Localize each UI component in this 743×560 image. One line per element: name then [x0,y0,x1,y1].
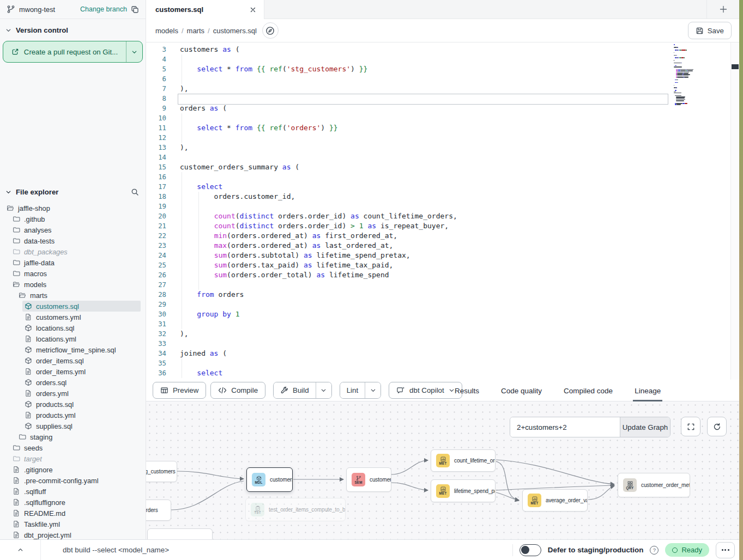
file-item-taskfile-yml[interactable]: Taskfile.yml [0,519,146,529]
preview-button[interactable]: Preview [153,382,206,399]
lineage-node-lifetime-spend-pretax[interactable]: METlifetime_spend_pretax [431,479,496,502]
file-item--gitignore[interactable]: .gitignore [0,464,146,475]
code-line[interactable]: 30 group by 1 [146,309,739,319]
code-line[interactable]: 8 [146,94,739,104]
code-line[interactable]: 23 max(orders.ordered_at) as last_ordere… [146,241,739,251]
copy-icon[interactable] [131,5,139,14]
code-line[interactable]: 35 [146,358,739,368]
line-number[interactable]: 8 [146,94,166,104]
save-button[interactable]: Save [688,22,732,39]
build-dropdown-chevron[interactable] [316,382,331,398]
file-item-orders-sql[interactable]: orders.sql [0,377,146,388]
create-pr-button[interactable]: Create a pull request on Git... [3,41,143,63]
lint-button[interactable]: Lint [340,382,365,398]
file-item-seeds[interactable]: seeds [0,442,146,453]
code-line[interactable]: 31 [146,319,739,329]
code-line[interactable]: 9orders as ( [146,104,739,113]
code-line[interactable]: 17 select [146,182,739,192]
compass-button[interactable] [262,22,279,39]
file-item-readme-md[interactable]: README.md [0,508,146,519]
line-number[interactable]: 22 [146,231,166,241]
command-input[interactable]: dbt build --select <model_name> [63,546,169,554]
code-line[interactable]: 21 count(distinct orders.order_id) > 1 a… [146,221,739,231]
line-number[interactable]: 14 [146,153,166,162]
line-number[interactable]: 25 [146,260,166,270]
code-line[interactable]: 7), [146,84,739,94]
code-line[interactable]: 28 from orders [146,290,739,300]
help-icon[interactable]: ? [650,546,659,555]
code-line[interactable]: 18 orders.customer_id, [146,192,739,202]
code-line[interactable]: 25 sum(orders.tax_paid) as lifetime_tax_… [146,260,739,270]
compile-button[interactable]: Compile [210,382,265,399]
line-number[interactable]: 10 [146,113,166,123]
line-number[interactable]: 4 [146,54,166,64]
line-number[interactable]: 6 [146,74,166,84]
file-item-orders-yml[interactable]: orders.yml [0,388,146,399]
line-number[interactable]: 31 [146,319,166,329]
code-line[interactable]: 3customers as ( [146,45,739,54]
file-item-locations-sql[interactable]: locations.sql [0,322,146,333]
code-line[interactable]: 22 min(orders.ordered_at) as first_order… [146,231,739,241]
defer-toggle[interactable] [520,544,541,556]
file-item-analyses[interactable]: analyses [0,224,146,235]
line-number[interactable]: 13 [146,143,166,153]
breadcrumb-part[interactable]: customers.sql [213,27,257,35]
line-number[interactable]: 3 [146,45,166,54]
scrollbar-thumb[interactable] [732,64,739,69]
file-item-products-yml[interactable]: products.yml [0,410,146,421]
line-number[interactable]: 15 [146,162,166,172]
code-line[interactable]: 19 [146,202,739,211]
lint-dropdown-chevron[interactable] [365,382,380,398]
new-tab-button[interactable] [706,0,739,19]
lineage-node-customer-order-metrics[interactable]: QRYcustomer_order_metrics [618,473,690,497]
code-line[interactable]: 13), [146,143,739,153]
file-item-order-items-yml[interactable]: order_items.yml [0,366,146,377]
line-number[interactable]: 12 [146,133,166,143]
file-item-customers-yml[interactable]: customers.yml [0,312,146,322]
code-line[interactable]: 32), [146,329,739,339]
file-item-locations-yml[interactable]: locations.yml [0,333,146,344]
code-line[interactable]: 34joined as ( [146,349,739,358]
lineage-node-customers[interactable]: SEMcustomers [346,467,391,492]
line-number[interactable]: 27 [146,280,166,290]
update-graph-button[interactable]: Update Graph [620,417,670,437]
editor-scrollbar[interactable] [730,42,739,380]
line-number[interactable]: 20 [146,211,166,221]
line-number[interactable]: 30 [146,309,166,319]
code-line[interactable]: 14 [146,153,739,162]
code-line[interactable]: 15customer_orders_summary as ( [146,162,739,172]
tab-code-quality[interactable]: Code quality [499,380,543,401]
line-number[interactable]: 34 [146,349,166,358]
file-item-data-tests[interactable]: data-tests [0,235,146,246]
file-explorer-header[interactable]: File explorer [0,182,146,199]
code-line[interactable]: 24 sum(orders.subtotal) as lifetime_spen… [146,251,739,260]
refresh-button[interactable] [707,417,727,436]
file-item--sqlfluff[interactable]: .sqlfluff [0,486,146,497]
file-item--github[interactable]: .github [0,214,146,224]
code-line[interactable]: 36 select [146,368,739,378]
line-number[interactable]: 32 [146,329,166,339]
code-line[interactable]: 29 [146,300,739,309]
line-number[interactable]: 35 [146,358,166,368]
code-line[interactable]: 20 count(distinct orders.order_id) as co… [146,211,739,221]
lineage-node-test-order-items-compute-to-bools-[interactable]: TSTtest_order_items_compute_to_bools... [245,498,346,521]
lineage-node-count-lifetime-orders[interactable]: METcount_lifetime_orders [431,449,496,472]
breadcrumb-part[interactable]: marts [187,27,205,35]
lineage-node-customers[interactable]: MDLcustomers [246,467,293,492]
code-line[interactable]: 16 [146,172,739,182]
file-item-jaffle-data[interactable]: jaffle-data [0,257,146,268]
code-line[interactable]: 4 [146,54,739,64]
file-item-marts[interactable]: marts [0,290,146,301]
code-line[interactable]: 27 [146,280,739,290]
line-number[interactable]: 9 [146,104,166,113]
file-item-models[interactable]: models [0,279,146,290]
collapse-panel-button[interactable] [0,540,41,560]
code-line[interactable]: 33 [146,339,739,349]
line-number[interactable]: 23 [146,241,166,251]
code-line[interactable]: 26 sum(orders.order_total) as lifetime_s… [146,270,739,280]
line-number[interactable]: 33 [146,339,166,349]
line-number[interactable]: 16 [146,172,166,182]
build-button[interactable]: Build [274,382,316,398]
dbt-copilot-button[interactable]: dbt Copilot [389,382,462,399]
minimap[interactable] [672,42,720,107]
